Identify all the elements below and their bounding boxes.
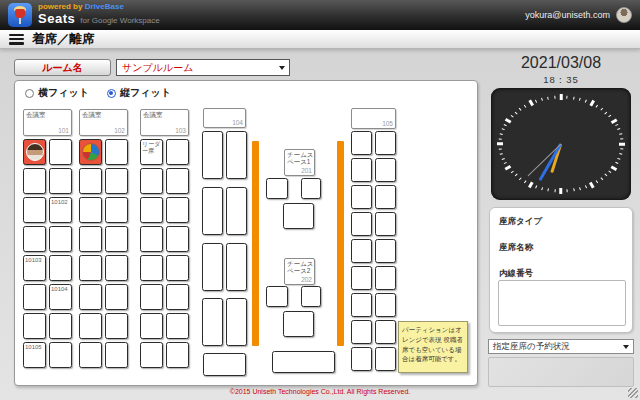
seat-number-label: 10103 — [25, 257, 42, 264]
seat[interactable] — [105, 342, 128, 368]
room-select[interactable]: サンプルルーム — [116, 59, 290, 76]
seat[interactable] — [375, 266, 396, 290]
seat[interactable] — [375, 158, 396, 182]
seat[interactable] — [166, 139, 189, 165]
user-avatar[interactable] — [616, 7, 632, 23]
fit-option-vertical[interactable]: 縦フィット — [107, 86, 171, 100]
seat[interactable] — [375, 131, 396, 155]
seat[interactable] — [49, 226, 72, 252]
seat[interactable] — [166, 284, 189, 310]
reservation-select[interactable]: 指定座席の予約状況 — [488, 339, 634, 354]
seat[interactable] — [375, 347, 396, 371]
seat[interactable] — [375, 212, 396, 236]
seat[interactable] — [351, 131, 372, 155]
seat[interactable] — [351, 320, 372, 344]
seat[interactable] — [166, 226, 189, 252]
seat[interactable] — [283, 203, 314, 229]
seat[interactable] — [375, 239, 396, 263]
seat[interactable] — [105, 255, 128, 281]
seat[interactable] — [166, 197, 189, 223]
seat[interactable] — [351, 212, 372, 236]
seat[interactable] — [105, 313, 128, 339]
seat[interactable] — [49, 255, 72, 281]
room-box-103[interactable]: 会議室103 — [140, 109, 189, 136]
seat[interactable] — [105, 197, 128, 223]
seat[interactable] — [226, 243, 247, 291]
seat-10104[interactable]: 10104 — [49, 284, 72, 310]
seat[interactable] — [283, 311, 314, 337]
resize-grip[interactable] — [628, 388, 638, 398]
seat[interactable] — [301, 286, 321, 307]
seat[interactable] — [140, 226, 163, 252]
seat[interactable] — [140, 197, 163, 223]
seat[interactable] — [301, 178, 321, 199]
seat[interactable] — [226, 187, 247, 235]
room-box-201[interactable]: チームスペース1201 — [284, 149, 315, 176]
seat[interactable] — [140, 342, 163, 368]
room-box-202[interactable]: チームスペース2202 — [284, 258, 315, 285]
seat[interactable] — [202, 243, 223, 291]
seat[interactable] — [140, 168, 163, 194]
seat[interactable] — [140, 255, 163, 281]
seat[interactable] — [226, 131, 247, 179]
room-box-105[interactable]: 105 — [351, 108, 396, 129]
seat-10102[interactable]: 10102 — [49, 197, 72, 223]
seat[interactable] — [202, 187, 223, 235]
seat[interactable] — [202, 298, 223, 346]
fit-option-horizontal[interactable]: 横フィット — [25, 86, 89, 100]
seat-occupied[interactable] — [23, 139, 46, 165]
seat[interactable] — [105, 168, 128, 194]
seat[interactable] — [351, 347, 372, 371]
seat[interactable] — [166, 255, 189, 281]
seat[interactable] — [202, 131, 223, 179]
seat[interactable] — [266, 178, 288, 199]
room-box-101[interactable]: 会議室101 — [23, 109, 72, 136]
seat[interactable] — [351, 185, 372, 209]
seat[interactable] — [79, 313, 102, 339]
seat[interactable] — [375, 293, 396, 317]
clock-minor-tick — [519, 108, 522, 111]
seat[interactable] — [79, 168, 102, 194]
seat-10103[interactable]: 10103 — [23, 255, 46, 281]
clock-major-tick — [589, 100, 594, 106]
seat[interactable] — [166, 342, 189, 368]
seat[interactable] — [166, 313, 189, 339]
seat[interactable] — [351, 239, 372, 263]
seat-occupied[interactable] — [79, 139, 102, 165]
seat[interactable] — [105, 284, 128, 310]
seat[interactable] — [23, 197, 46, 223]
seat[interactable] — [351, 158, 372, 182]
seat[interactable] — [79, 342, 102, 368]
seat-リーダー席[interactable]: リーダー席 — [140, 139, 163, 165]
seat[interactable] — [49, 342, 72, 368]
room-box-102[interactable]: 会議室102 — [79, 109, 128, 136]
seat[interactable] — [375, 185, 396, 209]
seat[interactable] — [166, 168, 189, 194]
seat[interactable] — [375, 320, 396, 344]
room-box-104[interactable]: 104 — [203, 108, 246, 128]
seat[interactable] — [226, 298, 247, 346]
seat[interactable] — [140, 313, 163, 339]
seat[interactable] — [23, 313, 46, 339]
seat[interactable] — [351, 266, 372, 290]
seat[interactable] — [49, 139, 72, 165]
seat[interactable] — [266, 286, 288, 307]
seat[interactable] — [79, 255, 102, 281]
seat[interactable] — [49, 313, 72, 339]
seat-10105[interactable]: 10105 — [23, 342, 46, 368]
hamburger-menu-icon[interactable] — [9, 34, 24, 45]
seat[interactable] — [140, 284, 163, 310]
seat[interactable] — [23, 284, 46, 310]
seat[interactable] — [23, 226, 46, 252]
seat[interactable] — [79, 284, 102, 310]
seat[interactable] — [23, 168, 46, 194]
seat[interactable] — [105, 139, 128, 165]
seat[interactable] — [105, 226, 128, 252]
seat[interactable] — [49, 168, 72, 194]
seat[interactable] — [351, 293, 372, 317]
room-name-button[interactable]: ルーム名 — [14, 59, 111, 76]
seat[interactable] — [79, 226, 102, 252]
seat-memo-textarea[interactable] — [498, 280, 626, 326]
clock-major-tick — [505, 118, 511, 123]
seat[interactable] — [79, 197, 102, 223]
